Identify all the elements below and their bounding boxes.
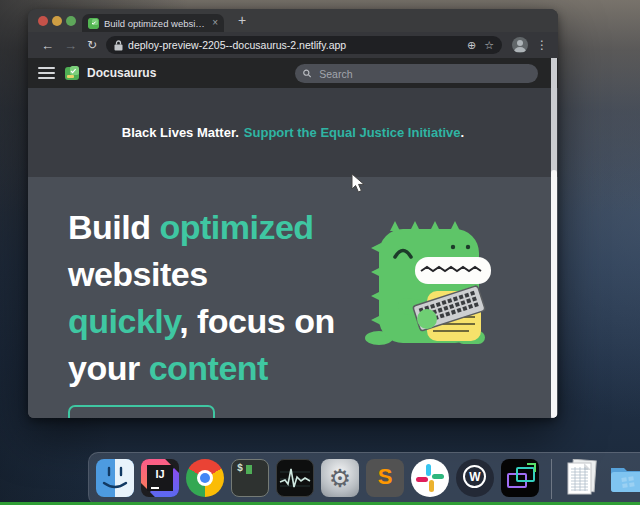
zoom-window-button[interactable] bbox=[66, 16, 76, 26]
site-title[interactable]: Docusaurus bbox=[87, 66, 156, 80]
address-bar[interactable]: deploy-preview-2205--docusaurus-2.netlif… bbox=[106, 36, 502, 54]
close-window-button[interactable] bbox=[38, 16, 48, 26]
screen-capture-app-icon[interactable] bbox=[501, 459, 539, 497]
dock-divider bbox=[551, 459, 552, 499]
tab-title: Build optimized websites quick bbox=[104, 18, 207, 29]
files-folder-icon[interactable] bbox=[609, 459, 640, 497]
lock-icon bbox=[114, 40, 123, 51]
page-scrollbar[interactable] bbox=[551, 58, 557, 418]
reload-icon[interactable]: ↻ bbox=[87, 39, 97, 51]
tab-close-icon[interactable]: × bbox=[212, 18, 218, 28]
intellij-idea-icon[interactable]: IJ bbox=[141, 459, 179, 497]
search-input[interactable] bbox=[317, 67, 530, 81]
activity-monitor-icon[interactable] bbox=[276, 459, 314, 497]
slack-icon[interactable] bbox=[411, 459, 449, 497]
window-titlebar[interactable]: Build optimized websites quick × + bbox=[28, 9, 558, 32]
mouse-cursor bbox=[351, 173, 366, 194]
search-icon bbox=[303, 69, 311, 78]
get-started-button[interactable] bbox=[68, 405, 215, 418]
sublime-text-icon[interactable]: S bbox=[366, 459, 404, 497]
browser-menu-icon[interactable]: ⋮ bbox=[536, 38, 548, 52]
documents-stack-icon[interactable] bbox=[564, 459, 602, 497]
site-navbar: Docusaurus bbox=[28, 58, 558, 88]
new-tab-button[interactable]: + bbox=[234, 12, 250, 28]
scrollbar-thumb[interactable] bbox=[551, 170, 557, 418]
hero-section: Build optimized websites quickly, focus … bbox=[28, 177, 558, 418]
announcement-text: Black Lives Matter. bbox=[122, 125, 239, 140]
page-zoom-icon[interactable]: ⊕ bbox=[467, 40, 476, 51]
announcement-bar: Black Lives Matter. Support the Equal Ju… bbox=[28, 88, 558, 177]
dock: IJ $ ⚙ S W bbox=[88, 452, 640, 505]
google-chrome-icon[interactable] bbox=[186, 459, 224, 497]
announcement-suffix: . bbox=[461, 125, 465, 140]
announcement-link[interactable]: Support the Equal Justice Initiative bbox=[244, 125, 461, 140]
search-box[interactable] bbox=[295, 64, 538, 83]
hero-title: Build optimized websites quickly, focus … bbox=[68, 204, 388, 392]
url-text: deploy-preview-2205--docusaurus-2.netlif… bbox=[128, 39, 459, 51]
hamburger-menu-icon[interactable] bbox=[38, 67, 55, 79]
docusaurus-dinosaur-illustration bbox=[365, 211, 500, 349]
browser-window: Build optimized websites quick × + ← → ↻… bbox=[28, 9, 558, 418]
page-viewport: Docusaurus Black Lives Matter. Support t… bbox=[28, 58, 558, 418]
bookmark-star-icon[interactable]: ☆ bbox=[484, 40, 494, 51]
system-preferences-icon[interactable]: ⚙ bbox=[321, 459, 359, 497]
forward-icon[interactable]: → bbox=[64, 39, 77, 52]
terminal-icon[interactable]: $ bbox=[231, 459, 269, 497]
browser-toolbar: ← → ↻ deploy-preview-2205--docusaurus-2.… bbox=[28, 32, 558, 58]
minimize-window-button[interactable] bbox=[52, 16, 62, 26]
browser-tab[interactable]: Build optimized websites quick × bbox=[82, 14, 224, 32]
finder-icon[interactable] bbox=[96, 459, 134, 497]
back-icon[interactable]: ← bbox=[41, 39, 54, 52]
docusaurus-favicon bbox=[88, 18, 99, 29]
docusaurus-logo-icon[interactable] bbox=[64, 65, 80, 81]
workplace-chat-icon[interactable]: W bbox=[456, 459, 494, 497]
profile-avatar[interactable] bbox=[512, 37, 528, 53]
